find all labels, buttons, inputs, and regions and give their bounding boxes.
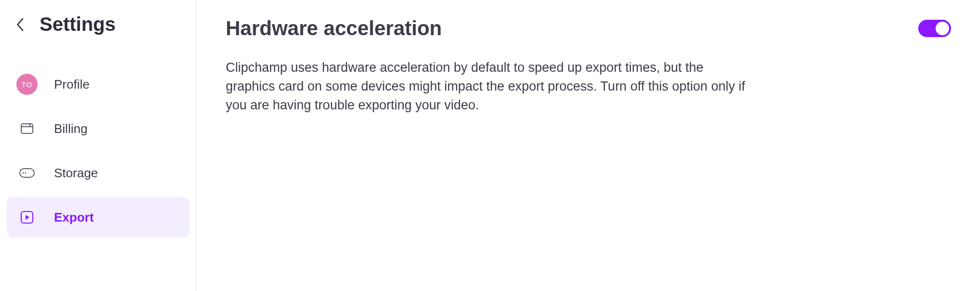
svg-rect-1 xyxy=(20,169,34,177)
svg-rect-0 xyxy=(21,124,33,133)
sidebar-item-billing[interactable]: Billing xyxy=(7,108,190,149)
settings-nav: TO Profile Billing Stor xyxy=(7,64,190,238)
avatar: TO xyxy=(16,74,38,95)
svg-point-3 xyxy=(25,172,27,174)
sidebar-item-export[interactable]: Export xyxy=(7,197,190,238)
sidebar-item-label: Export xyxy=(54,210,94,225)
hardware-acceleration-toggle[interactable] xyxy=(918,20,951,37)
page-title: Hardware acceleration xyxy=(226,17,442,40)
back-button[interactable] xyxy=(15,17,24,32)
sidebar-item-storage[interactable]: Storage xyxy=(7,153,190,193)
sidebar-item-label: Profile xyxy=(54,77,90,92)
settings-sidebar: Settings TO Profile Billing xyxy=(0,0,197,291)
main-header: Hardware acceleration xyxy=(226,17,951,40)
sidebar-header: Settings xyxy=(7,13,190,35)
settings-title: Settings xyxy=(40,13,116,35)
hardware-acceleration-description: Clipchamp uses hardware acceleration by … xyxy=(226,58,756,115)
sidebar-item-profile[interactable]: TO Profile xyxy=(7,64,190,105)
chevron-left-icon xyxy=(15,17,24,32)
storage-icon xyxy=(16,162,38,184)
avatar-initials: TO xyxy=(16,74,38,95)
main-content: Hardware acceleration Clipchamp uses har… xyxy=(197,0,980,291)
sidebar-item-label: Billing xyxy=(54,121,87,136)
toggle-knob xyxy=(936,22,949,35)
svg-point-2 xyxy=(23,172,24,174)
wallet-icon xyxy=(16,118,38,139)
play-icon xyxy=(16,207,38,228)
sidebar-item-label: Storage xyxy=(54,166,98,181)
